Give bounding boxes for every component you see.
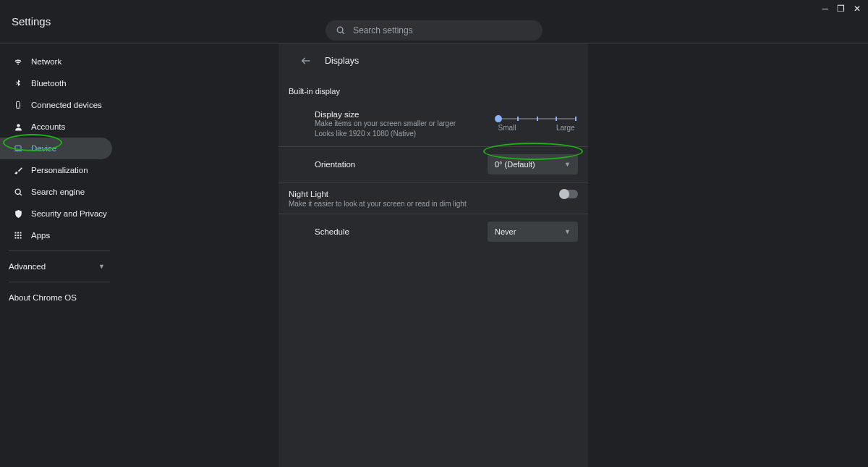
laptop-icon xyxy=(11,144,25,153)
sidebar-item-label: Apps xyxy=(31,231,50,240)
sidebar-item-label: Security and Privacy xyxy=(31,209,107,218)
orientation-row: Orientation 0° (Default) ▼ xyxy=(278,147,588,182)
svg-rect-14 xyxy=(20,235,22,236)
window-close-icon[interactable]: ✕ xyxy=(854,4,861,13)
schedule-row: Schedule Never ▼ xyxy=(278,214,588,249)
sidebar-item-search-engine[interactable]: Search engine xyxy=(0,181,112,203)
person-icon xyxy=(11,122,25,132)
night-light-sub: Make it easier to look at your screen or… xyxy=(289,200,561,208)
brush-icon xyxy=(11,166,25,175)
sidebar-item-apps[interactable]: Apps xyxy=(0,224,112,246)
chevron-down-icon: ▼ xyxy=(98,263,105,270)
apps-grid-icon xyxy=(11,231,25,240)
builtin-display-title: Built-in display xyxy=(278,78,588,103)
sidebar-item-label: Accounts xyxy=(31,122,65,131)
svg-rect-10 xyxy=(17,232,19,234)
advanced-label: Advanced xyxy=(9,262,46,271)
search-box[interactable] xyxy=(326,20,542,41)
svg-rect-5 xyxy=(15,146,21,151)
svg-point-0 xyxy=(337,27,343,33)
schedule-label: Schedule xyxy=(315,227,488,236)
bluetooth-icon xyxy=(11,78,25,88)
orientation-label: Orientation xyxy=(315,160,488,169)
schedule-value: Never xyxy=(495,227,516,236)
sidebar-item-personalization[interactable]: Personalization xyxy=(0,159,112,181)
phone-icon xyxy=(11,100,25,110)
sidebar-item-security-privacy[interactable]: Security and Privacy xyxy=(0,203,112,224)
svg-rect-13 xyxy=(17,235,19,236)
svg-rect-9 xyxy=(15,232,17,234)
svg-rect-11 xyxy=(20,232,22,234)
back-button[interactable] xyxy=(300,55,312,67)
sidebar-item-label: Bluetooth xyxy=(31,79,67,88)
svg-line-8 xyxy=(20,193,21,195)
svg-line-1 xyxy=(342,32,344,34)
app-header: Settings xyxy=(0,0,868,43)
sidebar-item-connected-devices[interactable]: Connected devices xyxy=(0,94,112,116)
svg-point-7 xyxy=(15,189,20,194)
orientation-value: 0° (Default) xyxy=(495,160,535,169)
sidebar-about[interactable]: About Chrome OS xyxy=(0,287,112,308)
svg-rect-17 xyxy=(20,237,22,239)
right-empty-area xyxy=(588,43,868,467)
display-size-row: Display size Make items on your screen s… xyxy=(278,103,588,147)
night-light-toggle[interactable] xyxy=(561,190,578,198)
about-label: About Chrome OS xyxy=(9,293,77,302)
display-size-sub2: Looks like 1920 x 1080 (Native) xyxy=(315,129,495,139)
sidebar-item-bluetooth[interactable]: Bluetooth xyxy=(0,72,112,94)
dropdown-arrow-icon: ▼ xyxy=(564,161,571,168)
sidebar-separator xyxy=(9,251,110,251)
search-input[interactable] xyxy=(353,25,532,35)
display-size-slider[interactable] xyxy=(498,118,575,119)
sidebar-item-device[interactable]: Device xyxy=(0,138,112,159)
dropdown-arrow-icon: ▼ xyxy=(564,228,571,235)
sidebar-item-label: Personalization xyxy=(31,166,88,174)
sidebar-item-label: Search engine xyxy=(31,188,85,196)
sidebar-item-label: Device xyxy=(31,144,56,153)
sidebar-item-accounts[interactable]: Accounts xyxy=(0,116,112,138)
window-minimize-icon[interactable]: ─ xyxy=(822,4,828,13)
slider-max-label: Large xyxy=(556,124,575,132)
svg-rect-15 xyxy=(15,237,17,239)
night-light-title: Night Light xyxy=(289,190,561,198)
magnifier-icon xyxy=(11,188,25,197)
wifi-icon xyxy=(11,56,25,67)
sidebar-item-network[interactable]: Network xyxy=(0,51,112,72)
svg-rect-16 xyxy=(17,237,19,239)
sidebar-advanced[interactable]: Advanced ▼ xyxy=(0,256,112,277)
sidebar: Network Bluetooth Connected devices Acco… xyxy=(0,43,278,467)
toggle-knob xyxy=(559,189,569,199)
orientation-dropdown[interactable]: 0° (Default) ▼ xyxy=(488,154,578,174)
svg-rect-12 xyxy=(15,235,17,236)
shield-icon xyxy=(11,209,25,219)
display-size-sub1: Make items on your screen smaller or lar… xyxy=(315,119,495,129)
svg-point-4 xyxy=(17,124,20,127)
sidebar-separator xyxy=(9,282,110,282)
slider-thumb[interactable] xyxy=(495,115,502,122)
page-title: Displays xyxy=(325,56,359,66)
night-light-row: Night Light Make it easier to look at yo… xyxy=(278,182,588,214)
main-header: Displays xyxy=(278,43,588,78)
schedule-dropdown[interactable]: Never ▼ xyxy=(488,222,578,242)
window-restore-icon[interactable]: ❐ xyxy=(837,4,845,13)
sidebar-item-label: Connected devices xyxy=(31,101,102,109)
app-title: Settings xyxy=(12,15,51,28)
slider-min-label: Small xyxy=(498,124,516,132)
display-size-label: Display size xyxy=(315,110,495,119)
search-icon xyxy=(336,25,346,35)
sidebar-item-label: Network xyxy=(31,57,61,66)
main-panel: Displays Built-in display Display size M… xyxy=(278,43,588,467)
